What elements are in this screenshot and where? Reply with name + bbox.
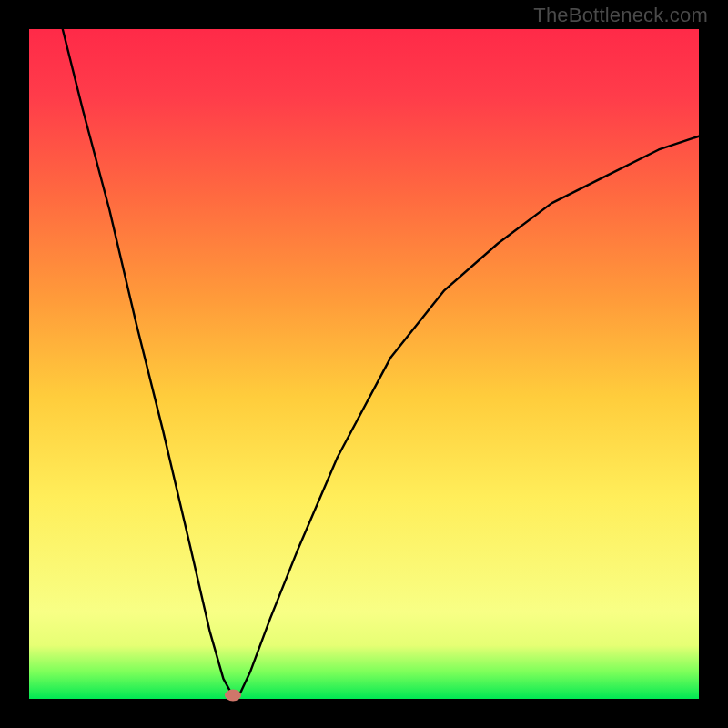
watermark-text: TheBottleneck.com bbox=[533, 4, 708, 27]
plot-area bbox=[29, 29, 699, 699]
chart-container: TheBottleneck.com bbox=[0, 0, 728, 728]
minimum-marker bbox=[225, 690, 241, 702]
bottleneck-curve bbox=[29, 29, 699, 699]
